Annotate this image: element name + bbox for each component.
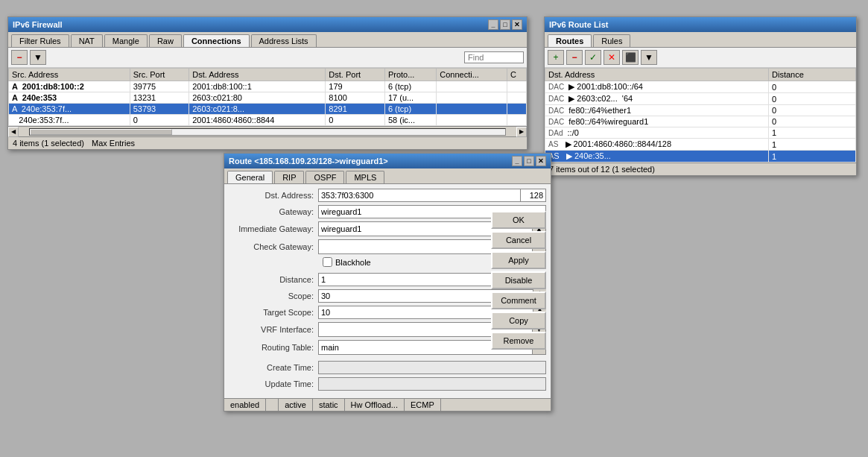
row2-conn <box>437 92 507 104</box>
route1-dst: DAC ▶ 2001:db8:100::/64 <box>545 81 769 93</box>
table-row[interactable]: A 2001:db8:100::2 39775 2001:db8:100::1 … <box>9 81 527 92</box>
apply-button[interactable]: Apply <box>491 251 546 269</box>
scroll-thumb[interactable] <box>30 129 172 135</box>
scroll-track[interactable] <box>29 128 506 136</box>
search-input[interactable] <box>464 51 524 63</box>
row4-conn <box>437 115 507 126</box>
dst-address-row: Dst. Address: <box>229 189 546 202</box>
route-row[interactable]: AS ▶ 240e:35... 1 <box>545 151 856 163</box>
route-row[interactable]: DAC fe80::/64%wireguard1 0 <box>545 116 856 127</box>
dialog-tab-ospf[interactable]: OSPF <box>305 171 344 183</box>
row4-c <box>507 115 526 126</box>
enable-route-btn[interactable]: ✓ <box>585 50 601 65</box>
row3-src: A 240e:353:7f... <box>9 104 130 115</box>
tab-raw[interactable]: Raw <box>149 34 182 47</box>
table-row[interactable]: A 240e:353:7f... 53793 2603:c021:8... 82… <box>9 104 527 115</box>
scroll-left-btn[interactable]: ◀ <box>8 127 19 137</box>
route2-dist: 0 <box>769 93 856 105</box>
dst-address-input[interactable] <box>318 189 520 202</box>
del-route-btn[interactable]: − <box>566 50 583 65</box>
route-row[interactable]: DAC ▶ 2603:c02... '64 0 <box>545 93 856 105</box>
route5-dist: 1 <box>769 127 856 139</box>
comment-button[interactable]: Comment <box>491 291 546 309</box>
dialog-tabs: General RIP OSPF MPLS <box>224 168 551 184</box>
route-row[interactable]: DAC ▶ 2001:db8:100::/64 0 <box>545 81 856 93</box>
route-table-scroll[interactable]: Dst. Address Distance DAC ▶ 2001:db8:100… <box>545 68 856 163</box>
dialog-buttons: OK Cancel Apply Disable Comment Copy Rem… <box>491 211 546 350</box>
remove-button[interactable]: Remove <box>491 332 546 350</box>
gateway-label: Gateway: <box>229 207 318 216</box>
route4-dst: DAC fe80::/64%wireguard1 <box>545 116 769 127</box>
dialog-maximize-btn[interactable]: □ <box>524 156 534 166</box>
tab-connections[interactable]: Connections <box>183 34 250 47</box>
cancel-button[interactable]: Cancel <box>491 231 546 249</box>
filter-btn[interactable]: ▼ <box>30 50 46 65</box>
scroll-right-btn[interactable]: ▶ <box>516 127 527 137</box>
add-route-btn[interactable]: + <box>548 50 564 65</box>
table-row[interactable]: 240e:353:7f... 0 2001:4860:4860::8844 0 … <box>9 115 527 126</box>
horizontal-scrollbar[interactable]: ◀ ▶ <box>8 126 527 136</box>
target-scope-label: Target Scope: <box>229 308 318 317</box>
route5-dst: DAd ::/0 <box>545 127 769 139</box>
route7-dst: AS ▶ 240e:35... <box>545 151 769 163</box>
route3-dist: 0 <box>769 105 856 116</box>
maximize-btn[interactable]: □ <box>500 19 510 30</box>
dialog-minimize-btn[interactable]: _ <box>512 156 522 166</box>
row2-proto: 17 (u... <box>384 92 436 104</box>
dst-address-prefix-input[interactable] <box>520 189 546 202</box>
route-item-count: 7 items out of 12 (1 selected) <box>549 165 655 174</box>
route2-dst: DAC ▶ 2603:c02... '64 <box>545 93 769 105</box>
dialog-status-bar: enabled active static Hw Offload... ECMP <box>224 398 551 411</box>
dialog-tab-general[interactable]: General <box>227 171 273 183</box>
route-dialog-titlebar: Route <185.168.109.23/128->wireguard1> _… <box>224 154 551 168</box>
tab-address-lists[interactable]: Address Lists <box>251 34 317 47</box>
tab-nat[interactable]: NAT <box>71 34 103 47</box>
col-c: C <box>507 69 526 81</box>
route-list-window: IPv6 Route List Routes Rules + − ✓ ✕ ⬛ ▼… <box>544 16 857 176</box>
tab-rules[interactable]: Rules <box>593 34 630 47</box>
minimize-btn[interactable]: _ <box>488 19 498 30</box>
tab-mangle[interactable]: Mangle <box>104 34 148 47</box>
row1-conn <box>437 81 507 92</box>
disable-button[interactable]: Disable <box>491 271 546 289</box>
disable-route-btn[interactable]: ✕ <box>604 50 620 65</box>
row3-conn <box>437 104 507 115</box>
row2-src: A 240e:353 <box>9 92 130 104</box>
row1-dst: 2001:db8:100::1 <box>189 81 326 92</box>
tab-routes[interactable]: Routes <box>548 34 592 47</box>
immediate-gateway-label: Immediate Gateway: <box>229 224 318 233</box>
remove-btn[interactable]: − <box>11 50 28 65</box>
ok-button[interactable]: OK <box>491 211 546 229</box>
create-time-input[interactable] <box>318 361 546 374</box>
immediate-gateway-value: wireguard1 <box>321 224 361 233</box>
route4-dist: 0 <box>769 116 856 127</box>
blackhole-checkbox[interactable] <box>323 257 332 267</box>
create-time-label: Create Time: <box>229 363 318 372</box>
dialog-tab-rip[interactable]: RIP <box>274 171 304 183</box>
firewall-table-scroll[interactable]: Src. Address Src. Port Dst. Address Dst.… <box>8 68 527 126</box>
route-row[interactable]: DAd ::/0 1 <box>545 127 856 139</box>
dialog-close-btn[interactable]: ✕ <box>536 156 546 166</box>
copy-button[interactable]: Copy <box>491 312 546 330</box>
table-row[interactable]: A 240e:353 13231 2603:c021:80 8100 17 (u… <box>9 92 527 104</box>
update-time-input[interactable] <box>318 377 546 391</box>
route-list-toolbar: + − ✓ ✕ ⬛ ▼ <box>545 48 856 68</box>
dialog-tab-mpls[interactable]: MPLS <box>346 171 384 183</box>
routing-table-value: main <box>321 343 339 352</box>
status-hw-offload: Hw Offload... <box>345 399 405 411</box>
update-time-row: Update Time: <box>229 377 546 391</box>
row3-sport: 53793 <box>130 104 189 115</box>
row4-src: 240e:353:7f... <box>9 115 130 126</box>
blackhole-label: Blackhole <box>335 258 371 267</box>
row3-proto: 6 (tcp) <box>384 104 436 115</box>
route3-dst: DAC fe80::/64%ether1 <box>545 105 769 116</box>
dialog-titlebar-controls: _ □ ✕ <box>512 156 546 166</box>
close-btn[interactable]: ✕ <box>512 19 522 30</box>
filter-route-btn[interactable]: ▼ <box>641 50 657 65</box>
copy-route-btn[interactable]: ⬛ <box>622 50 639 65</box>
tab-filter-rules[interactable]: Filter Rules <box>11 34 69 47</box>
route-row[interactable]: AS ▶ 2001:4860:4860::8844/128 1 <box>545 139 856 151</box>
route-row[interactable]: DAC fe80::/64%ether1 0 <box>545 105 856 116</box>
max-entries: Max Entries <box>92 139 135 148</box>
route-dialog-title: Route <185.168.109.23/128->wireguard1> <box>229 157 388 166</box>
